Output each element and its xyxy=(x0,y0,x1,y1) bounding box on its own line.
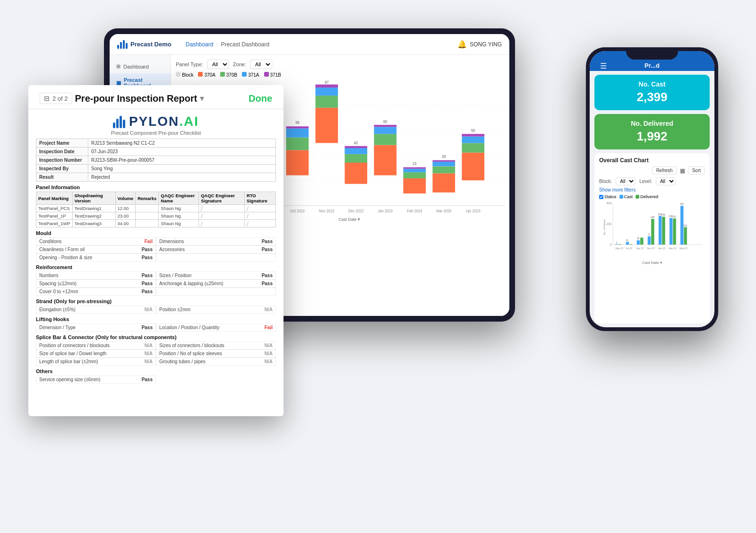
check-empty xyxy=(156,253,276,262)
dropdown-icon[interactable]: ▾ xyxy=(200,93,204,104)
svg-text:97: 97 xyxy=(325,80,329,84)
splice-checklist: Position of connectors / blockoutsN/A Si… xyxy=(36,341,276,366)
bar-delivered xyxy=(640,238,643,245)
svg-text:Mar 2023: Mar 2023 xyxy=(436,209,452,213)
show-more-filters[interactable]: Show more filters xyxy=(599,187,705,192)
sort-button[interactable]: Sort xyxy=(688,166,705,175)
field-label: Inspected By xyxy=(36,165,88,173)
logo-bar-2 xyxy=(120,42,122,49)
others-section-header: Others xyxy=(36,368,276,374)
table-row: Inspection NumberRJ213-SBW-Pre-pour-0000… xyxy=(36,156,276,165)
field-value: RJ213-SBW-Pre-pour-000057 xyxy=(88,156,276,165)
svg-text:228: 228 xyxy=(651,216,654,218)
svg-text:May 23: May 23 xyxy=(679,247,687,250)
phone-filter-row: Block: All Level: All xyxy=(599,177,705,185)
bar-nov2022: 97 Nov 2022 xyxy=(316,80,338,213)
panel-type-label: Panel Type: xyxy=(176,61,203,67)
panel-drawing: TestDrawing2 xyxy=(72,212,115,220)
chart-legend: Block 370A 370B 371A 371B xyxy=(176,72,505,78)
hamburger-icon[interactable]: ☰ xyxy=(600,61,607,70)
done-button[interactable]: Done xyxy=(249,93,272,104)
bar-cast xyxy=(626,242,629,245)
check-accessories: AccessoriesPass xyxy=(156,245,276,253)
legend-status: Status xyxy=(599,194,617,199)
pylon-brand-name: PYLON.AI xyxy=(129,114,199,129)
svg-rect-33 xyxy=(316,85,338,87)
nav-dashboard[interactable]: Dashboard xyxy=(186,41,214,48)
tablet-user: 🔔 SONG YING xyxy=(457,40,502,49)
svg-text:Mar 23: Mar 23 xyxy=(669,247,677,250)
no-delivered-label: No. Delivered xyxy=(601,120,703,127)
svg-rect-43 xyxy=(374,134,397,145)
strand-section-header: Strand (Only for pre-stressing) xyxy=(36,298,276,304)
check-splice-bar-size: Size of splice bar / Dowel lengthN/A xyxy=(36,350,156,358)
page-badge: ⊟ 2 of 2 xyxy=(40,93,72,104)
logo-bar-3 xyxy=(123,40,125,49)
no-delivered-card: No. Delivered 1,992 xyxy=(594,114,710,149)
check-position-strand: Position ±2mmN/A xyxy=(156,306,276,314)
svg-text:May 22: May 22 xyxy=(615,247,623,250)
bar-dec2022: 42 Dec 2022 xyxy=(345,140,368,213)
table-row: Inspection Date07-Jun-2023 xyxy=(36,148,276,156)
svg-text:Jan 2023: Jan 2023 xyxy=(378,209,393,213)
phone-device: ☰ Pr...d No. Cast 2,399 No. Delivered 1,… xyxy=(586,47,718,331)
refresh-button[interactable]: Refresh xyxy=(652,166,677,175)
bar-apr2023: 55 Apr 2023 xyxy=(462,129,484,213)
level-filter-select[interactable]: All xyxy=(656,177,676,185)
svg-text:2: 2 xyxy=(616,242,618,244)
panel-marking: TestPanel_PCS xyxy=(36,205,73,212)
logo-bar-4 xyxy=(126,43,128,49)
status-checkbox[interactable] xyxy=(599,195,603,199)
mould-section-header: Mould xyxy=(36,230,276,236)
svg-rect-45 xyxy=(374,125,397,127)
block-filter-select[interactable]: All xyxy=(616,177,636,185)
dashboard-icon: ⊞ xyxy=(116,63,120,70)
check-anchorage: Anchorage & lapping (≤25mm)Pass xyxy=(156,280,276,288)
bar-delivered xyxy=(651,219,654,245)
svg-rect-62 xyxy=(462,137,484,143)
check-numbers: NumbersPass xyxy=(36,271,156,280)
strand-checklist: Elongation (±5%)N/A Position ±2mmN/A xyxy=(36,306,276,314)
page-icon: ⊟ xyxy=(44,95,50,102)
panel-engineer: Shaun Ng xyxy=(159,212,199,220)
no-delivered-value: 1,992 xyxy=(601,129,703,144)
check-conditions: ConditionsFail xyxy=(36,237,156,245)
panel-qaqc-sig: ʃ xyxy=(199,212,245,220)
phone-x-label: Cast Date ▾ xyxy=(599,261,705,265)
bar-oct2022: 56 Oct 2022 xyxy=(286,120,309,213)
svg-rect-32 xyxy=(316,87,338,96)
legend-cast: Cast xyxy=(619,194,633,199)
svg-rect-61 xyxy=(462,143,484,152)
mould-checklist: ConditionsFail DimensionsPass Cleanlines… xyxy=(36,237,276,262)
check-pos-splice: Position / No of splice sleevesN/A xyxy=(156,350,276,358)
panel-marking: TestPanel_1P xyxy=(36,212,73,220)
bar-delivered xyxy=(673,218,676,245)
svg-rect-27 xyxy=(286,126,309,128)
svg-text:Oct 2022: Oct 2022 xyxy=(290,209,305,213)
legend-371a: 371A xyxy=(242,72,259,78)
bar-cast xyxy=(659,216,662,245)
svg-text:152: 152 xyxy=(683,225,687,227)
panel-volume: 12.00 xyxy=(115,205,136,212)
panel-engineer: Shaun Ng xyxy=(159,205,199,212)
table-row: Project NameRJ213 Sembawang N2 C1-C2 xyxy=(36,139,276,148)
filter-row: Panel Type: All Zone: All xyxy=(176,60,505,69)
bar-chart-icon: ▦ xyxy=(680,167,685,174)
field-label: Project Name xyxy=(36,139,88,148)
sidebar-item-dashboard[interactable]: ⊞ Dashboard xyxy=(110,60,171,73)
nav-precast-dashboard[interactable]: Precast Dashboard xyxy=(221,41,269,48)
cast-dot xyxy=(619,195,623,199)
panel-type-select[interactable]: All xyxy=(207,60,229,69)
svg-rect-37 xyxy=(345,154,368,163)
check-cleanliness: Cleanliness / Form oilPass xyxy=(36,245,156,253)
pylon-bar-4 xyxy=(123,120,125,128)
svg-text:Nov 22: Nov 22 xyxy=(647,247,654,250)
svg-text:Feb 2023: Feb 2023 xyxy=(407,209,422,213)
svg-text:246: 246 xyxy=(662,214,665,216)
document-panel: ⊟ 2 of 2 Pre-pour Inspection Report ▾ Do… xyxy=(28,85,284,416)
legend-delivered-label: Delivered xyxy=(640,194,658,199)
zone-select[interactable]: All xyxy=(250,60,272,69)
col-volume: Volume xyxy=(115,192,136,205)
svg-rect-24 xyxy=(286,150,309,175)
panel-rto-sig: ʃ xyxy=(244,220,275,227)
